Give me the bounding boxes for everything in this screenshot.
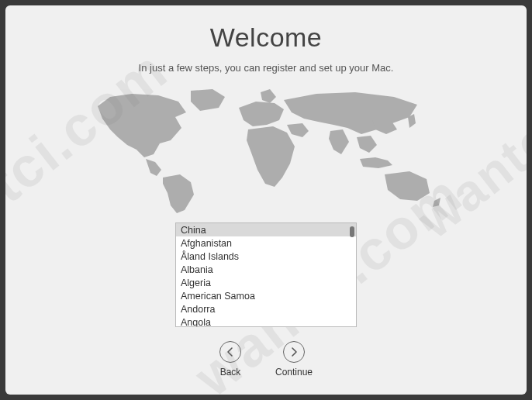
list-item[interactable]: Algeria <box>176 276 356 289</box>
list-item[interactable]: Andorra <box>176 302 356 316</box>
list-item[interactable]: China <box>176 223 356 236</box>
back-label: Back <box>220 367 241 378</box>
list-item[interactable]: American Samoa <box>176 289 356 302</box>
list-item[interactable]: Albania <box>176 263 356 276</box>
list-item[interactable]: Åland Islands <box>176 250 356 263</box>
nav-buttons: Back Continue <box>219 341 313 378</box>
arrow-right-icon <box>283 341 305 363</box>
page-subtitle: In just a few steps, you can register an… <box>139 62 394 74</box>
setup-window: wantci.com wantci.com wantci.com Welcome… <box>5 5 527 395</box>
scrollbar-thumb[interactable] <box>350 226 354 237</box>
list-item[interactable]: Afghanistan <box>176 236 356 250</box>
page-title: Welcome <box>210 22 323 53</box>
continue-label: Continue <box>275 367 313 378</box>
continue-button[interactable]: Continue <box>275 341 313 378</box>
list-item[interactable]: Angola <box>176 316 356 327</box>
world-map <box>84 86 448 218</box>
back-button[interactable]: Back <box>219 341 241 378</box>
arrow-left-icon <box>219 341 241 363</box>
country-list[interactable]: ChinaAfghanistanÅland IslandsAlbaniaAlge… <box>175 222 357 327</box>
